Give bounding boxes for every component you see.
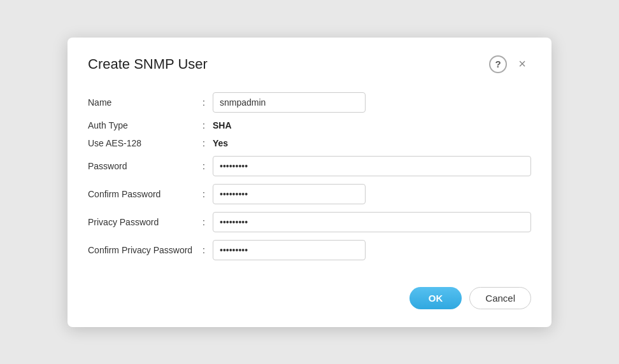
use-aes-value: Yes: [213, 134, 531, 152]
privacy-password-colon: :: [203, 208, 213, 236]
help-button[interactable]: ?: [489, 55, 507, 73]
dialog-footer: OK Cancel: [88, 287, 531, 309]
cancel-button[interactable]: Cancel: [469, 287, 531, 309]
use-aes-label: Use AES-128: [88, 134, 203, 152]
privacy-password-row: Privacy Password :: [88, 208, 531, 236]
name-value-cell: [213, 88, 531, 116]
password-row: Password :: [88, 152, 531, 180]
use-aes-colon: :: [203, 134, 213, 152]
use-aes-text: Yes: [213, 138, 228, 148]
auth-type-text: SHA: [213, 120, 232, 130]
confirm-password-label: Confirm Password: [88, 180, 203, 208]
confirm-privacy-row: Confirm Privacy Password :: [88, 236, 531, 264]
confirm-password-row: Confirm Password :: [88, 180, 531, 208]
privacy-password-value-cell: [213, 208, 531, 236]
privacy-password-label: Privacy Password: [88, 208, 203, 236]
dialog-header: Create SNMP User ? ×: [88, 55, 531, 73]
confirm-password-colon: :: [203, 180, 213, 208]
auth-type-label: Auth Type: [88, 116, 203, 134]
auth-type-value: SHA: [213, 116, 531, 134]
dialog-title: Create SNMP User: [88, 56, 208, 73]
name-colon: :: [203, 88, 213, 116]
form-table: Name : Auth Type : SHA Use AES-128 : Yes: [88, 88, 531, 264]
confirm-privacy-colon: :: [203, 236, 213, 264]
password-label: Password: [88, 152, 203, 180]
name-row: Name :: [88, 88, 531, 116]
auth-type-colon: :: [203, 116, 213, 134]
confirm-password-value-cell: [213, 180, 531, 208]
password-input[interactable]: [213, 156, 531, 176]
password-colon: :: [203, 152, 213, 180]
privacy-password-input[interactable]: [213, 212, 531, 232]
name-label: Name: [88, 88, 203, 116]
close-button[interactable]: ×: [513, 55, 531, 73]
auth-type-row: Auth Type : SHA: [88, 116, 531, 134]
password-value-cell: [213, 152, 531, 180]
confirm-privacy-input[interactable]: [213, 240, 366, 260]
use-aes-row: Use AES-128 : Yes: [88, 134, 531, 152]
header-icons: ? ×: [489, 55, 531, 73]
confirm-privacy-label: Confirm Privacy Password: [88, 236, 203, 264]
create-snmp-user-dialog: Create SNMP User ? × Name : Auth Type : …: [68, 38, 551, 327]
confirm-privacy-value-cell: [213, 236, 531, 264]
name-input[interactable]: [213, 92, 366, 113]
confirm-password-input[interactable]: [213, 184, 366, 204]
ok-button[interactable]: OK: [409, 287, 462, 309]
